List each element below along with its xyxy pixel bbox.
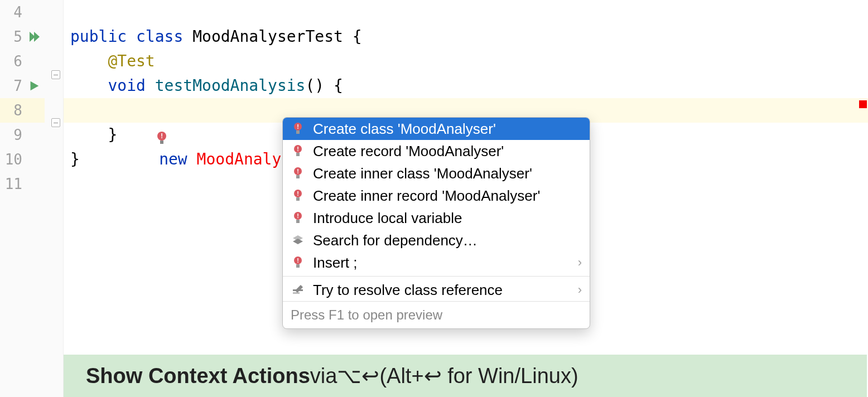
- svg-text:!: !: [297, 168, 299, 175]
- intention-popup: !Create class 'MoodAnalyser'!Create reco…: [282, 117, 590, 329]
- svg-text:!: !: [297, 123, 299, 130]
- svg-text:!: !: [297, 190, 299, 197]
- popup-item-label: Introduce local variable: [313, 210, 582, 227]
- line-number: 4: [0, 0, 45, 25]
- bulb-red-icon: !: [291, 122, 305, 136]
- popup-item[interactable]: !Create inner class 'MoodAnalyser': [283, 162, 590, 185]
- popup-item-label: Create record 'MoodAnalyser': [313, 143, 582, 160]
- popup-item[interactable]: !Create inner record 'MoodAnalyser': [283, 185, 590, 207]
- hint-text: (Alt+↩ for Win/Linux): [379, 364, 578, 388]
- line-number: 9: [0, 123, 45, 147]
- popup-item[interactable]: !Create class 'MoodAnalyser': [283, 118, 590, 140]
- svg-rect-13: [296, 197, 300, 201]
- popup-item-label: Insert ;: [313, 254, 578, 272]
- popup-item-label: Try to resolve class reference: [313, 282, 578, 299]
- popup-item-label: Search for dependency…: [313, 232, 582, 249]
- svg-rect-7: [296, 153, 300, 156]
- line-number: 6: [0, 49, 45, 74]
- code-line[interactable]: @Test: [64, 49, 868, 74]
- gutter: 4 5 6 7 8 9 10 11: [0, 0, 48, 397]
- pencil-icon: [291, 283, 305, 297]
- line-number: 8: [0, 98, 45, 123]
- popup-item[interactable]: !Introduce local variable: [283, 207, 590, 229]
- hint-banner: Show Context Actions via ⌥↩ (Alt+↩ for W…: [64, 355, 867, 397]
- popup-item-label: Create inner record 'MoodAnalyser': [313, 187, 582, 205]
- fold-strip: [48, 0, 64, 397]
- svg-rect-22: [293, 292, 300, 294]
- svg-rect-4: [296, 130, 300, 134]
- chevron-right-icon: ›: [578, 283, 582, 297]
- chevron-right-icon: ›: [578, 255, 582, 270]
- popup-item[interactable]: !Create record 'MoodAnalyser': [283, 140, 590, 162]
- line-number: 7: [0, 74, 45, 98]
- line-number: 5: [0, 25, 45, 49]
- svg-text:!: !: [297, 146, 299, 152]
- bulb-red-icon: !: [291, 166, 305, 181]
- error-stripe-marker[interactable]: [859, 100, 867, 108]
- code-line[interactable]: [64, 0, 868, 25]
- popup-item[interactable]: Search for dependency…: [283, 229, 590, 251]
- hint-title: Show Context Actions: [86, 364, 310, 388]
- popup-footer: Press F1 to open preview: [283, 301, 590, 328]
- hint-text: via: [310, 364, 337, 388]
- fold-handle-icon[interactable]: [51, 118, 60, 127]
- popup-item-resolve-reference[interactable]: Try to resolve class reference ›: [283, 279, 590, 301]
- popup-item-label: Create class 'MoodAnalyser': [313, 120, 582, 138]
- bulb-red-icon: !: [291, 144, 305, 158]
- fold-handle-icon[interactable]: [51, 70, 60, 79]
- layers-icon: [291, 233, 305, 248]
- run-test-icon[interactable]: [27, 79, 41, 93]
- line-number: 11: [0, 172, 45, 196]
- popup-separator: [283, 276, 590, 277]
- svg-text:!: !: [297, 212, 299, 219]
- bulb-red-icon: !: [291, 188, 305, 203]
- svg-text:!: !: [297, 257, 299, 264]
- svg-rect-16: [296, 220, 300, 223]
- code-line[interactable]: void testMoodAnalysis() {: [64, 74, 868, 98]
- code-line[interactable]: public class MoodAnalyserTest {: [64, 25, 868, 49]
- svg-rect-19: [296, 264, 300, 268]
- bulb-red-icon: !: [291, 211, 305, 225]
- hint-shortcut-mac: ⌥↩: [337, 364, 379, 388]
- popup-item[interactable]: !Insert ;›: [283, 251, 590, 274]
- svg-rect-10: [296, 175, 300, 178]
- line-number: 10: [0, 147, 45, 172]
- run-class-icon[interactable]: [27, 30, 41, 44]
- bulb-red-icon: !: [291, 255, 305, 270]
- popup-item-label: Create inner class 'MoodAnalyser': [313, 165, 582, 182]
